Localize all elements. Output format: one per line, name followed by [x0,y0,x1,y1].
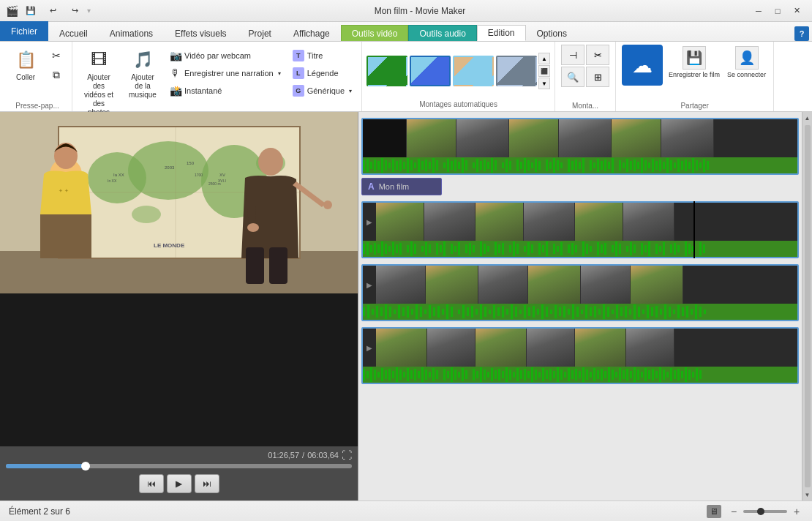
zoom-thumb[interactable] [757,508,764,515]
add-videos-button[interactable]: 🎞 Ajouter des vidéos et des photos [78,45,119,121]
zoom-in-button[interactable]: + [790,505,803,518]
maximize-button[interactable]: □ [768,4,787,18]
redo-button[interactable]: ↪ [65,4,84,18]
webcam-button[interactable]: 📷 Vidéo par webcam [166,48,285,64]
tab-accueil[interactable]: Accueil [48,25,99,41]
svg-rect-96 [634,160,636,171]
time-display: 01:26,57 [268,451,299,460]
svg-rect-39 [396,161,398,170]
svg-rect-315 [531,367,533,382]
cut-icon: ✂ [50,50,62,61]
help-button[interactable]: ? [794,26,809,41]
montage-thumb-2[interactable] [410,56,451,86]
close-button[interactable]: ✕ [787,4,806,18]
svg-rect-71 [527,160,530,170]
screen-icon[interactable]: 🖥 [707,505,721,518]
connect-button[interactable]: 👤 Se connecter [726,45,767,80]
add-music-button[interactable]: 🎵 Ajouter de la musique [124,45,162,103]
copy-button[interactable]: ⧉ [47,67,66,83]
scroll-thumb[interactable] [805,125,811,487]
undo-button[interactable]: ↩ [43,4,62,18]
narration-dropdown-arrow: ▾ [278,70,281,77]
title-track[interactable]: A Mon film [361,178,442,195]
scroll-up-arrow[interactable]: ▲ [803,113,812,122]
svg-rect-55 [458,162,460,169]
svg-rect-302 [484,370,486,380]
svg-rect-325 [568,368,570,381]
preview-video: Ia XX In XX 2003 150 XV XVI.I 1700 2500 … [0,112,358,446]
legende-button[interactable]: L Légende [289,65,356,81]
tab-animations[interactable]: Animations [99,25,164,41]
generique-button[interactable]: G Générique ▾ [289,83,356,99]
monta-zoom-btn[interactable]: 🔍 [561,67,584,87]
next-frame-button[interactable]: ⏭ [195,474,219,493]
svg-rect-99 [644,160,647,170]
svg-rect-361 [699,370,702,379]
svg-rect-135 [436,243,438,255]
preview-pane: Ia XX In XX 2003 150 XV XVI.I 1700 2500 … [0,112,358,501]
monta-cut-btn[interactable]: ✂ [586,45,609,65]
expand-icon[interactable]: ⛶ [342,449,352,461]
tab-options[interactable]: Options [526,25,578,41]
webcam-icon: 📷 [170,50,181,61]
minimize-button[interactable]: ─ [749,4,768,18]
monta-trim-btn[interactable]: ⊣ [561,45,584,65]
svg-rect-151 [513,241,515,256]
narration-button[interactable]: 🎙 Enregistrer une narration ▾ [166,65,285,81]
zoom-slider[interactable] [743,510,787,513]
zoom-out-button[interactable]: − [727,505,740,518]
svg-rect-225 [511,304,513,319]
montage-thumb-3[interactable] [453,56,494,86]
waveform-1 [363,157,797,173]
tab-edition[interactable]: Edition [477,25,526,41]
tab-outils-audio[interactable]: Outils audio [408,25,476,41]
svg-rect-218 [480,304,482,319]
tab-effets-visuels[interactable]: Effets visuels [164,25,237,41]
tab-fichier[interactable]: Fichier [0,21,48,41]
svg-rect-331 [590,372,592,378]
save-button[interactable]: 💾 [21,4,40,18]
prev-frame-button[interactable]: ⏮ [139,474,164,493]
montage-thumb-4[interactable] [496,56,537,86]
svg-rect-249 [616,305,618,318]
scrubber-thumb[interactable] [81,462,90,471]
svg-rect-203 [411,309,413,315]
titre-button[interactable]: T Titre [289,48,356,64]
svg-rect-136 [440,245,442,252]
svg-rect-105 [666,158,669,173]
svg-rect-240 [576,307,579,317]
tab-affichage[interactable]: Affichage [282,25,341,41]
coller-button[interactable]: 📋 Coller [9,45,42,85]
svg-rect-111 [688,162,691,169]
timeline-pane[interactable]: A Mon film ▶ [358,112,802,501]
tab-outils-video[interactable]: Outils vidéo [341,25,409,41]
svg-rect-182 [663,242,665,255]
preview-scrubber[interactable] [6,464,352,468]
svg-rect-125 [388,246,391,252]
montage-scroll-more[interactable]: ⬛ [538,65,550,77]
svg-rect-316 [535,370,537,380]
svg-rect-260 [664,304,666,319]
svg-rect-191 [363,304,797,320]
tab-projet[interactable]: Projet [238,25,282,41]
svg-rect-94 [626,159,628,172]
snapshot-button[interactable]: 📸 Instantané [166,83,285,99]
cloud-button[interactable]: ☁ [622,45,663,86]
audio-strip-2 [363,241,797,257]
monta-more-btn[interactable]: ⊞ [586,67,609,87]
montage-thumb-1[interactable] [366,56,407,86]
svg-rect-228 [524,305,526,318]
register-film-button[interactable]: 💾 Enregistrer le film [667,45,721,80]
cut-button[interactable]: ✂ [47,48,66,64]
playback-controls: ⏮ ▶ ⏭ [6,471,352,498]
svg-rect-298 [465,370,467,379]
clip-frame-3d [528,266,581,304]
scroll-down-arrow[interactable]: ▼ [803,490,812,499]
svg-rect-277 [385,370,387,379]
montage-scroll-down[interactable]: ▼ [538,78,550,89]
montage-scroll-up[interactable]: ▲ [538,53,550,64]
svg-rect-289 [429,372,431,378]
svg-rect-339 [619,368,621,381]
svg-rect-185 [677,245,680,252]
play-button[interactable]: ▶ [167,474,192,493]
